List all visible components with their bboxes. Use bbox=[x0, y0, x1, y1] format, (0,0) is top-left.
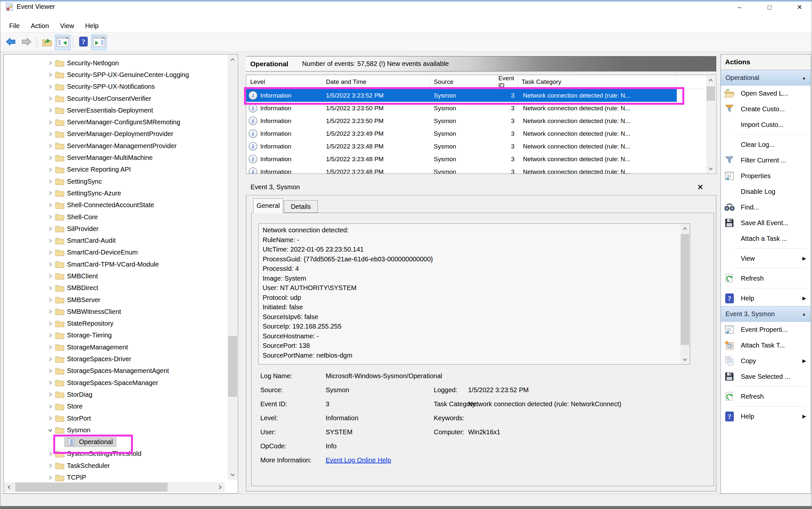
column-header-source[interactable]: Source bbox=[430, 75, 497, 89]
tree-item-systemsettingsthreshold[interactable]: SystemSettingsThreshold bbox=[4, 448, 228, 460]
scrollbar-thumb[interactable] bbox=[15, 482, 167, 492]
chevron-right-icon[interactable] bbox=[47, 72, 54, 78]
tab-details[interactable]: Details bbox=[284, 200, 318, 213]
action-item-attach-a-task-[interactable]: Attach a Task ... bbox=[721, 231, 811, 246]
tree-item-sysmon[interactable]: Sysmon bbox=[4, 424, 228, 436]
event-row[interactable]: iInformation1/5/2022 3:23:48 PMSysmon3Ne… bbox=[246, 165, 677, 174]
chevron-right-icon[interactable] bbox=[47, 273, 54, 279]
action-item-clear-log-[interactable]: Clear Log... bbox=[721, 137, 811, 152]
event-row[interactable]: iInformation1/5/2022 3:23:48 PMSysmon3Ne… bbox=[246, 140, 677, 153]
forward-arrow-button[interactable] bbox=[19, 35, 34, 50]
tree-item-silprovider[interactable]: SilProvider bbox=[4, 223, 228, 235]
scroll-right-icon[interactable] bbox=[215, 482, 225, 492]
chevron-right-icon[interactable] bbox=[47, 356, 54, 362]
tree-item-security-spp-ux-notifications[interactable]: Security-SPP-UX-Notifications bbox=[4, 81, 228, 93]
tree-item-storage-tiering[interactable]: Storage-Tiering bbox=[4, 330, 228, 341]
tree-item-settingsync-azure[interactable]: SettingSync-Azure bbox=[4, 187, 228, 199]
tree-item-smbserver[interactable]: SMBServer bbox=[4, 294, 228, 306]
tree-item-security-userconsentverifier[interactable]: Security-UserConsentVerifier bbox=[4, 93, 228, 104]
scroll-left-icon[interactable] bbox=[4, 482, 14, 492]
collapse-icon[interactable]: ▲ bbox=[802, 75, 806, 80]
event-row[interactable]: iInformation1/5/2022 3:23:50 PMSysmon3Ne… bbox=[246, 102, 677, 114]
chevron-right-icon[interactable] bbox=[47, 190, 54, 196]
action-item-help[interactable]: ?Help▶ bbox=[721, 291, 811, 306]
chevron-right-icon[interactable] bbox=[47, 131, 54, 137]
action-item-create-custo-[interactable]: Create Custo... bbox=[721, 101, 811, 117]
action-item-event-properti-[interactable]: Event Properti... bbox=[721, 322, 811, 337]
chevron-down-icon[interactable] bbox=[47, 427, 54, 433]
chevron-right-icon[interactable] bbox=[47, 249, 54, 256]
tab-general[interactable]: General bbox=[253, 198, 283, 213]
chevron-right-icon[interactable] bbox=[47, 463, 54, 469]
action-item-refresh[interactable]: Refresh bbox=[721, 388, 811, 404]
tree-item-storport[interactable]: StorPort bbox=[4, 412, 228, 424]
chevron-right-icon[interactable] bbox=[47, 120, 54, 125]
action-item-open-saved-l-[interactable]: Open Saved L... bbox=[721, 86, 811, 101]
column-header-event-id[interactable]: Event ID bbox=[497, 75, 518, 89]
chevron-right-icon[interactable] bbox=[47, 202, 54, 208]
chevron-right-icon[interactable] bbox=[47, 60, 54, 66]
action-item-save-all-event-[interactable]: Save All Event... bbox=[721, 215, 811, 231]
chevron-right-icon[interactable] bbox=[47, 96, 54, 101]
scroll-down-icon[interactable] bbox=[680, 355, 689, 364]
action-item-attach-task-t-[interactable]: Attach Task T... bbox=[721, 337, 811, 353]
action-item-view[interactable]: View▶ bbox=[721, 250, 811, 266]
chevron-right-icon[interactable] bbox=[47, 451, 54, 457]
menu-item-view[interactable]: View bbox=[55, 22, 80, 30]
chevron-right-icon[interactable] bbox=[47, 344, 54, 350]
minimize-button[interactable]: – bbox=[732, 2, 747, 13]
chevron-right-icon[interactable] bbox=[47, 309, 54, 314]
chevron-right-icon[interactable] bbox=[47, 155, 54, 161]
chevron-right-icon[interactable] bbox=[47, 167, 54, 173]
tree-item-security-netlogon[interactable]: Security-Netlogon bbox=[4, 57, 228, 69]
tree-item-servermanager-multimachine[interactable]: ServerManager-MultiMachine bbox=[4, 152, 228, 164]
chevron-right-icon[interactable] bbox=[47, 143, 54, 149]
column-header-date-and-time[interactable]: Date and Time bbox=[322, 75, 430, 89]
scroll-up-icon[interactable] bbox=[228, 55, 238, 65]
show-action-pane-button[interactable] bbox=[91, 35, 107, 50]
event-log-online-help-link[interactable]: Event Log Online Help bbox=[326, 456, 391, 464]
chevron-right-icon[interactable] bbox=[58, 439, 65, 445]
chevron-right-icon[interactable] bbox=[47, 333, 54, 338]
tree-item-servermanager-managementprovider[interactable]: ServerManager-ManagementProvider bbox=[4, 140, 228, 152]
close-button[interactable]: ✕ bbox=[792, 2, 807, 13]
scroll-down-icon[interactable] bbox=[706, 164, 715, 173]
tree-item-tcpip[interactable]: TCPIP bbox=[4, 472, 228, 482]
scroll-down-icon[interactable] bbox=[228, 470, 238, 480]
collapse-icon[interactable]: ▲ bbox=[802, 312, 806, 316]
tree-item-smartcard-deviceenum[interactable]: SmartCard-DeviceEnum bbox=[4, 247, 228, 259]
tree-item-servermanager-deploymentprovider[interactable]: ServerManager-DeploymentProvider bbox=[4, 128, 228, 140]
tree-item-smartcard-audit[interactable]: SmartCard-Audit bbox=[4, 235, 228, 246]
column-header-level[interactable]: Level bbox=[246, 75, 322, 89]
tree-item-smbdirect[interactable]: SMBDirect bbox=[4, 282, 228, 294]
actions-section-header-operational[interactable]: Operational▲ bbox=[721, 70, 811, 86]
event-row[interactable]: iInformation1/5/2022 3:23:52 PMSysmon3Ne… bbox=[246, 89, 677, 102]
event-row[interactable]: iInformation1/5/2022 3:23:49 PMSysmon3Ne… bbox=[246, 127, 677, 140]
scrollbar-thumb[interactable] bbox=[228, 336, 237, 397]
tree-item-storagemanagement[interactable]: StorageManagement bbox=[4, 341, 228, 353]
chevron-right-icon[interactable] bbox=[47, 368, 54, 374]
action-item-filter-current-[interactable]: Filter Current ... bbox=[721, 152, 811, 168]
chevron-right-icon[interactable] bbox=[47, 238, 54, 244]
tree-item-store[interactable]: Store bbox=[4, 401, 228, 412]
back-arrow-button[interactable] bbox=[3, 35, 19, 50]
column-header-task-category[interactable]: Task Category bbox=[518, 75, 677, 89]
chevron-right-icon[interactable] bbox=[47, 321, 54, 327]
scrollbar-thumb[interactable] bbox=[681, 234, 689, 345]
chevron-right-icon[interactable] bbox=[47, 285, 54, 291]
scroll-up-icon[interactable] bbox=[680, 224, 689, 233]
tree-item-settingsync[interactable]: SettingSync bbox=[4, 175, 228, 187]
chevron-right-icon[interactable] bbox=[47, 475, 54, 481]
tree-vertical-scrollbar[interactable] bbox=[228, 55, 238, 480]
chevron-right-icon[interactable] bbox=[47, 84, 54, 90]
tree-item-service-reporting-api[interactable]: Service Reporting API bbox=[4, 164, 228, 175]
action-item-help[interactable]: ?Help▶ bbox=[721, 408, 811, 424]
scrollbar-thumb[interactable] bbox=[707, 87, 715, 101]
event-row[interactable]: iInformation1/5/2022 3:23:48 PMSysmon3Ne… bbox=[246, 153, 677, 165]
action-item-save-selected-[interactable]: Save Selected ... bbox=[721, 369, 811, 384]
actions-section-header-event-3-sysmon[interactable]: Event 3, Sysmon▲ bbox=[721, 306, 811, 322]
event-row[interactable]: iInformation1/5/2022 3:23:50 PMSysmon3Ne… bbox=[246, 114, 677, 127]
help-button[interactable]: ? bbox=[75, 35, 91, 50]
tree-item-smbwitnessclient[interactable]: SMBWitnessClient bbox=[4, 306, 228, 317]
tree-item-taskscheduler[interactable]: TaskScheduler bbox=[4, 460, 228, 472]
